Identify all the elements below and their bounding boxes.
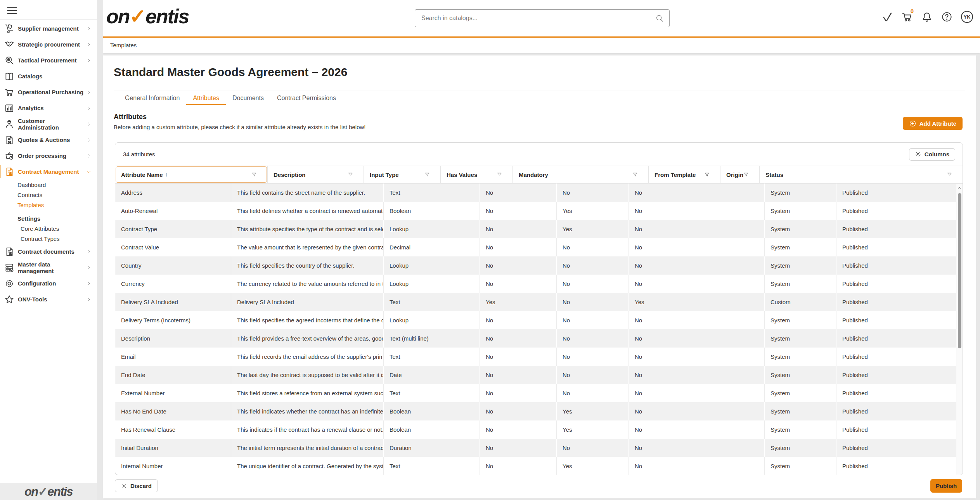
tab[interactable]: Attributes — [186, 91, 226, 105]
cell-status: Published — [836, 183, 963, 202]
filter-icon[interactable] — [348, 172, 353, 178]
catalog-search — [415, 9, 670, 27]
table-row[interactable]: Currency The currency related to the val… — [115, 275, 963, 293]
cell-status: Published — [836, 220, 963, 238]
column-header[interactable]: From Template ↑ — [649, 166, 720, 183]
cell-description: The value amount that is represented by … — [231, 238, 384, 256]
sidebar-item[interactable]: Contract Management — [0, 164, 97, 180]
table-row[interactable]: Internal Number The unique identifier of… — [115, 457, 963, 475]
table-row[interactable]: Contract Value The value amount that is … — [115, 238, 963, 256]
breadcrumb[interactable]: Templates — [110, 42, 137, 48]
cell-status: Published — [836, 402, 963, 420]
sidebar-item[interactable]: Contract Types — [0, 234, 97, 244]
search-icon[interactable] — [655, 14, 664, 22]
table-toolbar: 34 attributes Columns — [115, 143, 963, 166]
cell-attribute-name: Delivery SLA Included — [115, 293, 231, 311]
cell-attribute-name: Delivery Terms (Incoterms) — [115, 311, 231, 329]
column-header[interactable]: Mandatory ↑ — [513, 166, 649, 183]
table-row[interactable]: Delivery SLA Included Delivery SLA Inclu… — [115, 293, 963, 311]
sidebar-item-label: Strategic procurement — [18, 41, 80, 48]
sidebar-item[interactable]: Catalogs — [0, 68, 97, 84]
sidebar-item[interactable]: Core Attributes — [0, 223, 97, 234]
cell-mandatory: Yes — [557, 202, 629, 220]
tab-label: Documents — [232, 95, 264, 102]
onventis-check-icon[interactable] — [881, 11, 893, 23]
sidebar-item[interactable]: ONV-Tools — [0, 291, 97, 307]
filter-icon[interactable] — [704, 172, 710, 178]
chevron-right-icon — [86, 137, 92, 143]
sidebar-item[interactable]: Operational Purchasing — [0, 84, 97, 100]
table-row[interactable]: External Number This field stores a refe… — [115, 384, 963, 402]
sidebar-item[interactable]: Master data management — [0, 260, 97, 275]
sidebar-item[interactable]: Quotes & Auctions — [0, 132, 97, 148]
sidebar-nav: Supplier management Strategic procuremen… — [0, 21, 97, 307]
column-header[interactable]: Has Values ↑ — [441, 166, 513, 183]
sidebar-item[interactable]: Settings — [0, 213, 97, 223]
sidebar-item[interactable]: Contracts — [0, 190, 97, 200]
column-header[interactable]: Attribute Name ↑ — [115, 166, 268, 183]
bell-icon[interactable] — [921, 11, 933, 23]
table-row[interactable]: Has No End Date This field indicates whe… — [115, 402, 963, 420]
table-header: Attribute Name ↑ Description ↑ Input Typ… — [115, 166, 963, 183]
cell-from-template: No — [629, 420, 765, 439]
sidebar-item[interactable]: Contract documents — [0, 244, 97, 260]
filter-icon[interactable] — [743, 172, 749, 178]
sidebar-item[interactable]: Strategic procurement — [0, 36, 97, 52]
filter-icon[interactable] — [424, 172, 430, 178]
publish-button[interactable]: Publish — [930, 479, 962, 493]
column-header[interactable]: Description ↑ — [268, 166, 364, 183]
sidebar-item-label: Dashboard — [17, 182, 46, 188]
cell-has-values: No — [480, 348, 557, 366]
column-header[interactable]: Status ↑ — [760, 166, 963, 183]
table-row[interactable]: Country This field specifies the country… — [115, 256, 963, 275]
add-attribute-button[interactable]: Add Attribute — [903, 117, 963, 130]
cell-status: Published — [836, 311, 963, 329]
filter-icon[interactable] — [947, 172, 952, 178]
column-header[interactable]: Input Type ↑ — [364, 166, 441, 183]
cell-origin: System — [765, 238, 836, 256]
scrollbar-thumb[interactable] — [958, 193, 961, 348]
cell-has-values: No — [480, 402, 557, 420]
tab[interactable]: Documents — [226, 91, 270, 105]
table-row[interactable]: Auto-Renewal This field defines whether … — [115, 202, 963, 220]
cell-description: This field defines whether a contract is… — [231, 202, 384, 220]
sidebar-item[interactable]: Customer Administration — [0, 116, 97, 132]
logo-text: on — [106, 5, 130, 28]
sidebar-item[interactable]: Order processing — [0, 148, 97, 164]
table-row[interactable]: Delivery Terms (Incoterms) This field sp… — [115, 311, 963, 329]
table-row[interactable]: Has Renewal Clause This indicates if the… — [115, 420, 963, 439]
column-header[interactable]: Origin ↑ — [720, 166, 760, 183]
scroll-up-icon[interactable] — [957, 185, 962, 190]
avatar[interactable]: YK — [961, 11, 973, 23]
filter-icon[interactable] — [251, 172, 257, 178]
hamburger-menu-button[interactable] — [5, 5, 19, 16]
sidebar-item[interactable]: Supplier management — [0, 21, 97, 36]
cell-from-template: No — [629, 457, 765, 475]
table-row[interactable]: Description This field provides a free-t… — [115, 329, 963, 348]
filter-icon[interactable] — [632, 172, 638, 178]
columns-button[interactable]: Columns — [909, 148, 955, 161]
table-row[interactable]: Address This field contains the street n… — [115, 183, 963, 202]
table-body: Address This field contains the street n… — [115, 183, 963, 475]
column-header-label: Mandatory — [519, 171, 548, 178]
cell-input-type: Text — [384, 293, 480, 311]
search-input[interactable] — [415, 15, 655, 22]
sidebar-item[interactable]: Analytics — [0, 100, 97, 116]
help-icon[interactable] — [941, 11, 953, 23]
table-row[interactable]: Contract Type This attribute specifies t… — [115, 220, 963, 238]
sidebar-item-label: Settings — [17, 215, 40, 222]
filter-icon[interactable] — [497, 172, 502, 178]
discard-button[interactable]: Discard — [115, 479, 158, 492]
tab[interactable]: General Information — [118, 91, 186, 105]
tab[interactable]: Contract Permissions — [270, 91, 343, 105]
sidebar-item[interactable]: Templates — [0, 200, 97, 210]
cart-button[interactable]: 0 — [901, 11, 913, 23]
cell-input-type: Lookup — [384, 311, 480, 329]
discard-label: Discard — [130, 483, 152, 489]
table-row[interactable]: Initial Duration The initial term repres… — [115, 439, 963, 457]
sidebar-item[interactable]: Dashboard — [0, 180, 97, 190]
table-row[interactable]: End Date The last day the contract is su… — [115, 366, 963, 384]
sidebar-item[interactable]: Configuration — [0, 275, 97, 291]
table-row[interactable]: Email This field records the email addre… — [115, 348, 963, 366]
sidebar-item[interactable]: Tactical Procurement — [0, 52, 97, 68]
